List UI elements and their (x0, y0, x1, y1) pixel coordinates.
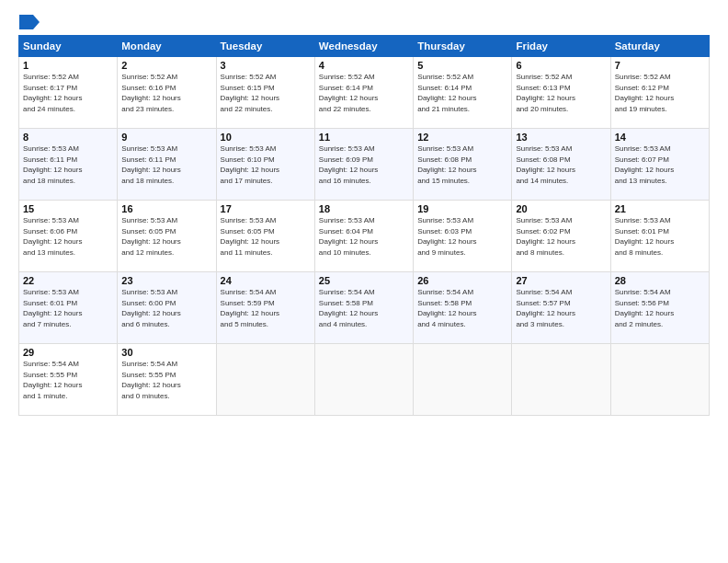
day-info: Sunrise: 5:52 AMSunset: 6:14 PMDaylight:… (417, 72, 507, 114)
day-cell: 13Sunrise: 5:53 AMSunset: 6:08 PMDayligh… (512, 129, 610, 201)
day-info: Sunrise: 5:52 AMSunset: 6:12 PMDaylight:… (615, 72, 705, 114)
day-cell: 27Sunrise: 5:54 AMSunset: 5:57 PMDayligh… (512, 272, 610, 344)
day-number: 13 (516, 132, 606, 143)
day-cell: 3Sunrise: 5:52 AMSunset: 6:15 PMDaylight… (216, 57, 314, 129)
day-cell: 18Sunrise: 5:53 AMSunset: 6:04 PMDayligh… (314, 201, 413, 272)
week-row-2: 8Sunrise: 5:53 AMSunset: 6:11 PMDaylight… (19, 129, 710, 201)
day-info: Sunrise: 5:53 AMSunset: 6:10 PMDaylight:… (221, 144, 311, 186)
day-number: 8 (23, 132, 113, 143)
day-info: Sunrise: 5:53 AMSunset: 6:03 PMDaylight:… (417, 215, 507, 258)
day-cell: 30Sunrise: 5:54 AMSunset: 5:55 PMDayligh… (118, 344, 216, 416)
day-number: 30 (121, 347, 211, 358)
header (18, 15, 710, 26)
logo-icon (19, 15, 40, 29)
week-row-3: 15Sunrise: 5:53 AMSunset: 6:06 PMDayligh… (19, 201, 710, 272)
weekday-thursday: Thursday (414, 36, 512, 57)
day-info: Sunrise: 5:54 AMSunset: 5:55 PMDaylight:… (121, 359, 211, 401)
day-number: 7 (615, 60, 705, 71)
day-info: Sunrise: 5:54 AMSunset: 5:57 PMDaylight:… (516, 287, 606, 329)
weekday-saturday: Saturday (610, 36, 709, 57)
weekday-friday: Friday (512, 36, 610, 57)
svg-marker-0 (19, 15, 40, 29)
day-number: 24 (221, 275, 311, 286)
day-number: 26 (417, 275, 507, 286)
weekday-tuesday: Tuesday (216, 36, 314, 57)
day-cell: 15Sunrise: 5:53 AMSunset: 6:06 PMDayligh… (19, 201, 118, 272)
day-number: 23 (121, 275, 211, 286)
day-cell: 1Sunrise: 5:52 AMSunset: 6:17 PMDaylight… (19, 57, 118, 129)
day-cell: 20Sunrise: 5:53 AMSunset: 6:02 PMDayligh… (512, 201, 610, 272)
day-cell (314, 344, 413, 416)
day-info: Sunrise: 5:53 AMSunset: 6:08 PMDaylight:… (516, 144, 606, 186)
day-info: Sunrise: 5:53 AMSunset: 6:01 PMDaylight:… (615, 215, 705, 258)
week-row-4: 22Sunrise: 5:53 AMSunset: 6:01 PMDayligh… (19, 272, 710, 344)
day-info: Sunrise: 5:53 AMSunset: 6:01 PMDaylight:… (23, 287, 113, 329)
day-cell: 5Sunrise: 5:52 AMSunset: 6:14 PMDaylight… (414, 57, 512, 129)
day-cell: 6Sunrise: 5:52 AMSunset: 6:13 PMDaylight… (512, 57, 610, 129)
day-number: 17 (221, 203, 311, 214)
day-info: Sunrise: 5:53 AMSunset: 6:04 PMDaylight:… (319, 215, 409, 258)
day-cell: 29Sunrise: 5:54 AMSunset: 5:55 PMDayligh… (19, 344, 118, 416)
day-cell: 14Sunrise: 5:53 AMSunset: 6:07 PMDayligh… (610, 129, 709, 201)
weekday-sunday: Sunday (19, 36, 118, 57)
weekday-monday: Monday (118, 36, 216, 57)
day-cell: 28Sunrise: 5:54 AMSunset: 5:56 PMDayligh… (610, 272, 709, 344)
day-cell: 12Sunrise: 5:53 AMSunset: 6:08 PMDayligh… (414, 129, 512, 201)
day-info: Sunrise: 5:53 AMSunset: 6:02 PMDaylight:… (516, 215, 606, 258)
day-number: 19 (417, 203, 507, 214)
day-number: 5 (417, 60, 507, 71)
day-cell: 19Sunrise: 5:53 AMSunset: 6:03 PMDayligh… (414, 201, 512, 272)
day-number: 9 (121, 132, 211, 143)
day-number: 12 (417, 132, 507, 143)
day-info: Sunrise: 5:53 AMSunset: 6:11 PMDaylight:… (23, 144, 113, 186)
day-cell: 21Sunrise: 5:53 AMSunset: 6:01 PMDayligh… (610, 201, 709, 272)
day-info: Sunrise: 5:52 AMSunset: 6:13 PMDaylight:… (516, 72, 606, 114)
day-info: Sunrise: 5:53 AMSunset: 6:00 PMDaylight:… (121, 287, 211, 329)
day-cell: 22Sunrise: 5:53 AMSunset: 6:01 PMDayligh… (19, 272, 118, 344)
weekday-header-row: SundayMondayTuesdayWednesdayThursdayFrid… (19, 36, 710, 57)
day-info: Sunrise: 5:53 AMSunset: 6:08 PMDaylight:… (417, 144, 507, 186)
day-info: Sunrise: 5:53 AMSunset: 6:06 PMDaylight:… (23, 215, 113, 258)
day-info: Sunrise: 5:53 AMSunset: 6:09 PMDaylight:… (319, 144, 409, 186)
calendar-table: SundayMondayTuesdayWednesdayThursdayFrid… (18, 35, 710, 416)
weekday-wednesday: Wednesday (314, 36, 413, 57)
day-cell: 26Sunrise: 5:54 AMSunset: 5:58 PMDayligh… (414, 272, 512, 344)
day-cell (216, 344, 314, 416)
day-number: 6 (516, 60, 606, 71)
day-number: 21 (615, 203, 705, 214)
day-number: 29 (23, 347, 113, 358)
day-info: Sunrise: 5:54 AMSunset: 5:56 PMDaylight:… (615, 287, 705, 329)
day-info: Sunrise: 5:52 AMSunset: 6:15 PMDaylight:… (221, 72, 311, 114)
day-cell: 17Sunrise: 5:53 AMSunset: 6:05 PMDayligh… (216, 201, 314, 272)
day-number: 25 (319, 275, 409, 286)
day-info: Sunrise: 5:53 AMSunset: 6:11 PMDaylight:… (121, 144, 211, 186)
day-cell: 9Sunrise: 5:53 AMSunset: 6:11 PMDaylight… (118, 129, 216, 201)
day-info: Sunrise: 5:53 AMSunset: 6:05 PMDaylight:… (221, 215, 311, 258)
day-cell: 16Sunrise: 5:53 AMSunset: 6:05 PMDayligh… (118, 201, 216, 272)
day-cell: 8Sunrise: 5:53 AMSunset: 6:11 PMDaylight… (19, 129, 118, 201)
logo (18, 15, 40, 26)
day-info: Sunrise: 5:54 AMSunset: 5:58 PMDaylight:… (417, 287, 507, 329)
day-number: 27 (516, 275, 606, 286)
week-row-5: 29Sunrise: 5:54 AMSunset: 5:55 PMDayligh… (19, 344, 710, 416)
day-cell: 11Sunrise: 5:53 AMSunset: 6:09 PMDayligh… (314, 129, 413, 201)
day-number: 11 (319, 132, 409, 143)
day-number: 20 (516, 203, 606, 214)
day-cell: 2Sunrise: 5:52 AMSunset: 6:16 PMDaylight… (118, 57, 216, 129)
day-number: 10 (221, 132, 311, 143)
week-row-1: 1Sunrise: 5:52 AMSunset: 6:17 PMDaylight… (19, 57, 710, 129)
day-number: 16 (121, 203, 211, 214)
day-cell (512, 344, 610, 416)
day-number: 28 (615, 275, 705, 286)
day-info: Sunrise: 5:52 AMSunset: 6:17 PMDaylight:… (23, 72, 113, 114)
day-info: Sunrise: 5:52 AMSunset: 6:14 PMDaylight:… (319, 72, 409, 114)
day-info: Sunrise: 5:52 AMSunset: 6:16 PMDaylight:… (121, 72, 211, 114)
day-cell: 10Sunrise: 5:53 AMSunset: 6:10 PMDayligh… (216, 129, 314, 201)
day-number: 15 (23, 203, 113, 214)
day-cell (414, 344, 512, 416)
day-number: 18 (319, 203, 409, 214)
day-cell: 4Sunrise: 5:52 AMSunset: 6:14 PMDaylight… (314, 57, 413, 129)
day-number: 3 (221, 60, 311, 71)
day-cell: 25Sunrise: 5:54 AMSunset: 5:58 PMDayligh… (314, 272, 413, 344)
day-number: 22 (23, 275, 113, 286)
